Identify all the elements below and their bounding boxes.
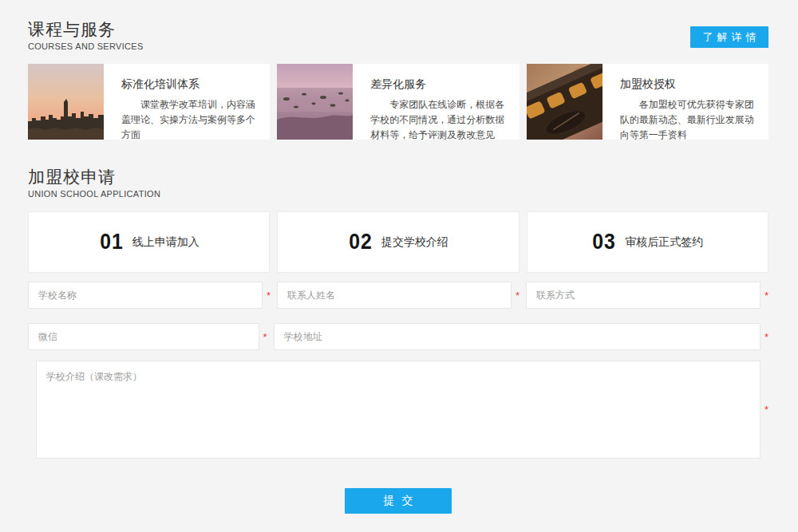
- course-card-body: 标准化培训体系 课堂教学改革培训，内容涵盖理论、实操方法与案例等多个方面: [104, 64, 270, 140]
- field-wechat: *: [28, 323, 267, 350]
- required-asterisk: *: [760, 404, 768, 416]
- application-section-title: 加盟校申请: [28, 167, 160, 187]
- learn-more-button[interactable]: 了解详情: [690, 26, 768, 48]
- courses-title-block: 课程与服务 COURSES AND SERVICES: [28, 20, 144, 51]
- course-card-body: 加盟校授权 各加盟校可优先获得专家团队的最新动态、最新行业发展动向等第一手资料: [602, 64, 768, 140]
- wechat-input[interactable]: [28, 323, 259, 350]
- course-card-title: 加盟校授权: [620, 77, 760, 92]
- courses-section-header: 课程与服务 COURSES AND SERVICES 了解详情: [28, 20, 768, 51]
- required-asterisk: *: [760, 331, 768, 343]
- step-3-sign-contract: 03 审核后正式签约: [527, 211, 768, 273]
- course-card-desc: 课堂教学改革培训，内容涵盖理论、实操方法与案例等多个方面: [121, 97, 262, 140]
- course-card-desc: 各加盟校可优先获得专家团队的最新动态、最新行业发展动向等第一手资料: [620, 97, 760, 140]
- required-asterisk: *: [512, 290, 519, 301]
- course-card-standardized-training[interactable]: 标准化培训体系 课堂教学改革培训，内容涵盖理论、实操方法与案例等多个方面: [28, 64, 270, 140]
- course-card-title: 差异化服务: [370, 77, 511, 92]
- field-school-name: *: [28, 282, 271, 309]
- required-asterisk: *: [259, 331, 267, 343]
- application-section-header: 加盟校申请 UNION SCHOOL APPLICATION: [28, 167, 768, 199]
- franchise-landing-page: 课程与服务 COURSES AND SERVICES 了解详情: [0, 0, 798, 532]
- form-row-2: * *: [28, 323, 768, 350]
- contact-name-input[interactable]: [277, 282, 512, 309]
- application-form: * * * * *: [28, 282, 768, 514]
- step-1-apply-online: 01 线上申请加入: [28, 211, 270, 273]
- submit-button[interactable]: 提交: [345, 488, 452, 514]
- course-cards: 标准化培训体系 课堂教学改革培训，内容涵盖理论、实操方法与案例等多个方面: [28, 64, 768, 140]
- course-card-body: 差异化服务 专家团队在线诊断，根据各学校的不同情况，通过分析数据材料等，给予评测…: [353, 64, 519, 140]
- step-number: 03: [593, 230, 616, 254]
- desert-dunes-dusk-image: [277, 64, 353, 140]
- step-label: 审核后正式签约: [625, 235, 703, 250]
- school-address-input[interactable]: [274, 323, 760, 350]
- school-intro-textarea[interactable]: [36, 361, 760, 459]
- film-strip-image: [527, 64, 602, 140]
- course-card-title: 标准化培训体系: [121, 77, 262, 92]
- contact-method-input[interactable]: [526, 282, 760, 309]
- application-section-subtitle: UNION SCHOOL APPLICATION: [28, 189, 160, 199]
- application-section: 加盟校申请 UNION SCHOOL APPLICATION 01 线上申请加入…: [28, 167, 768, 514]
- field-contact-method: *: [526, 282, 768, 309]
- field-school-address: *: [274, 323, 768, 350]
- step-label: 提交学校介绍: [381, 235, 448, 250]
- submit-row: 提交: [28, 488, 768, 514]
- courses-section-title: 课程与服务: [28, 20, 144, 39]
- course-card-desc: 专家团队在线诊断，根据各学校的不同情况，通过分析数据材料等，给予评测及教改意见: [370, 97, 511, 140]
- field-contact-name: *: [277, 282, 519, 309]
- required-asterisk: *: [263, 290, 271, 301]
- course-card-franchise-authorization[interactable]: 加盟校授权 各加盟校可优先获得专家团队的最新动态、最新行业发展动向等第一手资料: [527, 64, 768, 140]
- city-skyline-sunset-image: [28, 64, 104, 140]
- application-title-block: 加盟校申请 UNION SCHOOL APPLICATION: [28, 167, 160, 199]
- courses-section-subtitle: COURSES AND SERVICES: [28, 41, 144, 51]
- course-card-differentiated-service[interactable]: 差异化服务 专家团队在线诊断，根据各学校的不同情况，通过分析数据材料等，给予评测…: [277, 64, 519, 140]
- field-school-intro: *: [28, 361, 768, 459]
- required-asterisk: *: [760, 290, 768, 301]
- application-steps: 01 线上申请加入 02 提交学校介绍 03 审核后正式签约: [28, 211, 768, 273]
- step-number: 01: [100, 230, 123, 254]
- form-row-1: * * *: [28, 282, 768, 309]
- step-label: 线上申请加入: [132, 235, 200, 250]
- school-name-input[interactable]: [28, 282, 263, 309]
- step-2-submit-intro: 02 提交学校介绍: [277, 211, 519, 273]
- step-number: 02: [349, 230, 372, 254]
